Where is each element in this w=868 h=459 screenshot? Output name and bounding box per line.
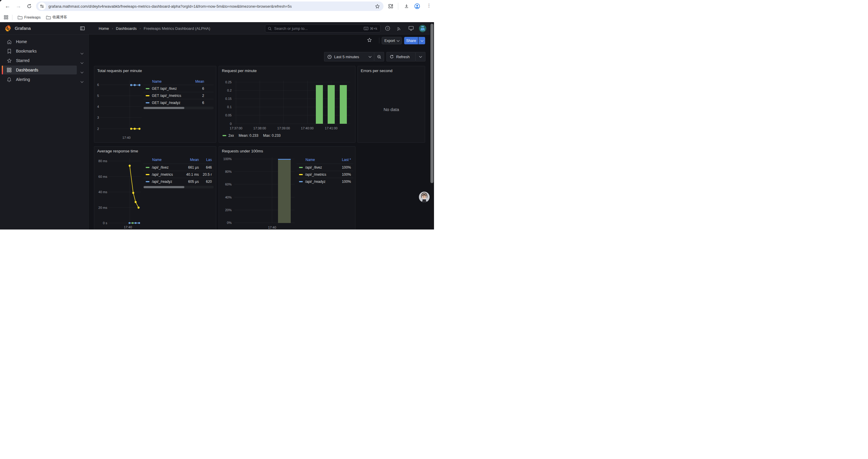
y-tick: 5	[94, 94, 99, 98]
sidebar-item-starred[interactable]: Starred	[2, 56, 77, 65]
y-tick: 4	[94, 104, 99, 109]
series-name: GET /api/_/livez	[152, 87, 202, 91]
legend-scrollbar[interactable]	[143, 186, 214, 189]
chevron-down-icon[interactable]	[81, 69, 83, 74]
y-tick: 40%	[219, 195, 231, 199]
search-icon	[268, 27, 272, 31]
series-name: GET /api/_/readyz	[152, 101, 202, 105]
legend-row[interactable]: /api/_/readyz 605 µs 620	[143, 178, 214, 185]
window-corner	[0, 0, 3, 3]
col-mean[interactable]: Mean	[162, 79, 214, 84]
extensions-icon[interactable]	[388, 4, 393, 9]
apps-grid-icon[interactable]	[4, 15, 8, 20]
x-tick: 17:40	[265, 225, 279, 230]
legend-row[interactable]: /api/_/livez 661 µs 646	[143, 164, 214, 171]
sidebar-item-label: Bookmarks	[16, 49, 37, 54]
news-rss-icon[interactable]	[397, 22, 402, 35]
legend-row[interactable]: /api/_/livez 100%	[297, 164, 353, 171]
legend-row[interactable]: /api/_/metrics 40.1 ms 20.5 r	[143, 171, 214, 178]
chevron-down-icon[interactable]	[81, 78, 83, 84]
col-mean[interactable]: Mean	[182, 158, 199, 162]
chevron-down-icon[interactable]	[81, 50, 83, 55]
bookmark-folder-freeleaps[interactable]: Freeleaps	[18, 15, 41, 20]
series-name: /api/_/readyz	[305, 179, 337, 184]
col-name[interactable]: Name	[152, 158, 182, 162]
download-icon[interactable]	[404, 4, 409, 9]
share-button[interactable]: Share	[404, 37, 418, 44]
browser-toolbar: ← → grafana.mathmast.com/d/deytv4rwavabk…	[0, 0, 434, 12]
series-swatch	[146, 181, 150, 182]
back-icon[interactable]: ←	[5, 3, 10, 9]
legend-header: Name Mean	[143, 78, 214, 85]
panel-request-per-minute[interactable]: Request per minute 0.25 0.2 0.15 0.1 0.0…	[219, 66, 355, 143]
col-name[interactable]: Name	[152, 79, 162, 84]
y-tick: 80%	[219, 169, 231, 174]
site-settings-icon[interactable]	[38, 2, 46, 10]
legend-row[interactable]: GET /api/_/livez 6	[143, 85, 214, 92]
sidebar-item-bookmarks[interactable]: Bookmarks	[2, 47, 77, 56]
x-tick: 17:38:00	[251, 126, 268, 130]
grafana-app: Grafana Home › Dashboards › Freeleaps Me…	[0, 22, 434, 230]
sidebar-toggle-icon[interactable]	[80, 26, 85, 31]
series-swatch	[299, 181, 303, 182]
forward-icon[interactable]: →	[16, 3, 21, 9]
chevron-down-icon[interactable]	[81, 59, 83, 65]
legend-row[interactable]: /api/_/metrics 100%	[297, 171, 353, 178]
bar-chart	[234, 79, 351, 125]
panel-errors-per-second[interactable]: Errors per second No data	[358, 66, 425, 143]
refresh-button[interactable]: Refresh	[386, 52, 416, 61]
menu-kebab-icon[interactable]: ⋮	[427, 3, 431, 8]
export-button[interactable]: Export	[382, 37, 402, 44]
series-swatch	[146, 95, 150, 96]
profile-icon[interactable]	[414, 3, 420, 9]
legend: 2xx Mean: 0.233 Max: 0.233	[222, 133, 281, 138]
bar-chart	[234, 157, 296, 225]
floating-assistant-avatar[interactable]	[419, 192, 430, 202]
sidebar: Home Bookmarks Starred Dashboards Alerti…	[0, 35, 89, 230]
col-name[interactable]: Name	[306, 158, 337, 162]
panel-requests-under-100ms[interactable]: Requests under 100ms 100% 80% 60% 40% 20…	[219, 146, 355, 230]
series-last: 646	[199, 165, 214, 169]
bookmark-folder-blogs[interactable]: 收藏博客	[46, 15, 67, 20]
col-last[interactable]: Last *	[337, 158, 353, 162]
monitor-icon[interactable]	[408, 22, 414, 35]
keyboard-icon	[364, 27, 368, 30]
share-dropdown-button[interactable]	[418, 37, 425, 44]
sidebar-item-home[interactable]: Home	[2, 37, 77, 46]
breadcrumb-home[interactable]: Home	[99, 26, 109, 31]
panel-title: Total requests per minute	[97, 68, 142, 73]
brand-label: Grafana	[15, 26, 31, 31]
search-input[interactable]: Search or jump to... ⌘+k	[265, 25, 380, 32]
legend-scrollbar[interactable]	[143, 107, 214, 109]
share-label: Share	[406, 39, 416, 43]
user-avatar[interactable]	[419, 22, 426, 35]
url-bar[interactable]: grafana.mathmast.com/d/deytv4rwavabkb/fr…	[36, 1, 383, 11]
reload-icon[interactable]	[27, 4, 32, 9]
panel-average-response-time[interactable]: Average response time 80 ms 60 ms 40 ms …	[94, 146, 216, 230]
legend-row[interactable]: GET /api/_/metrics 2	[143, 92, 214, 99]
page-scrollbar-thumb[interactable]	[430, 24, 433, 183]
refresh-interval-dropdown[interactable]	[415, 52, 426, 61]
zoom-out-button[interactable]	[374, 52, 384, 61]
series-name: /api/_/metrics	[305, 172, 337, 177]
time-range-label: Last 5 minutes	[334, 55, 359, 59]
favorite-star-icon[interactable]	[367, 37, 372, 42]
y-tick: 40 ms	[94, 190, 107, 194]
grafana-logo[interactable]	[4, 25, 12, 32]
legend-header: Name Mean Las	[143, 156, 214, 164]
bookmark-star-icon[interactable]	[375, 4, 380, 9]
legend-row[interactable]: /api/_/readyz 100%	[297, 178, 353, 185]
sidebar-item-alerting[interactable]: Alerting	[2, 75, 77, 84]
panel-total-requests[interactable]: Total requests per minute 6 5 4 3 2 17:4…	[94, 66, 216, 143]
legend-row[interactable]: GET /api/_/readyz 6	[143, 99, 214, 106]
alerting-bell-icon	[6, 77, 12, 82]
breadcrumb-dashboards[interactable]: Dashboards	[116, 26, 136, 31]
col-last[interactable]: Las	[199, 158, 214, 162]
time-range-picker[interactable]: Last 5 minutes	[324, 52, 374, 61]
series-mean: 6	[202, 101, 214, 105]
series-name[interactable]: 2xx	[228, 133, 234, 138]
help-icon[interactable]: ?	[385, 22, 390, 35]
series-last: 100%	[337, 172, 353, 177]
sidebar-item-dashboards[interactable]: Dashboards	[2, 66, 77, 74]
series-name: /api/_/livez	[152, 165, 182, 169]
